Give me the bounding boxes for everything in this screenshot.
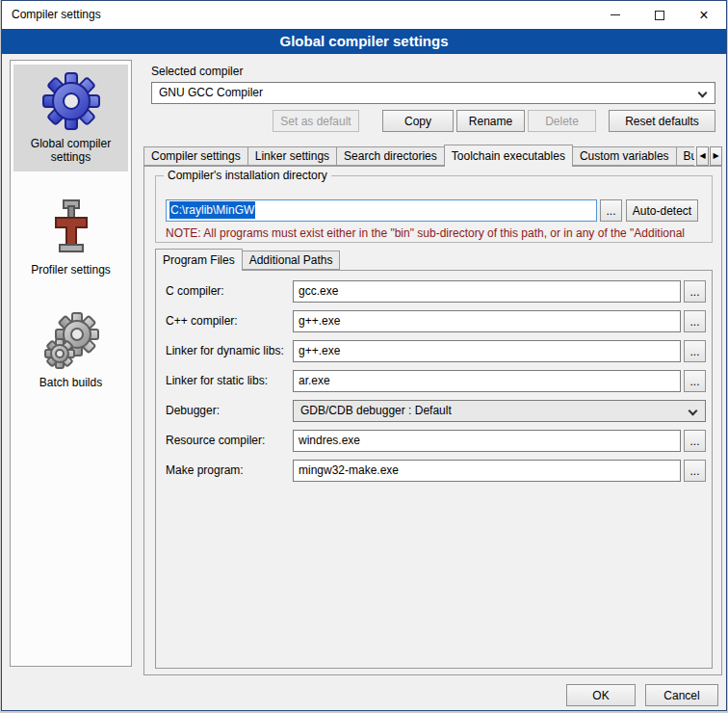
dialog-header: Global compiler settings bbox=[2, 29, 726, 54]
tab-compiler-settings[interactable]: Compiler settings bbox=[143, 146, 248, 166]
toolchain-executables-panel: Compiler's installation directory C:\ray… bbox=[143, 166, 722, 675]
chevron-down-icon bbox=[689, 407, 698, 416]
tab-custom-variables[interactable]: Custom variables bbox=[572, 146, 677, 166]
compiler-settings-dialog: Compiler settings × Global compiler sett… bbox=[1, 0, 727, 711]
sidebar-item-profiler-settings[interactable]: Profiler settings bbox=[13, 191, 128, 284]
static-linker-value: ar.exe bbox=[299, 374, 330, 387]
rename-button[interactable]: Rename bbox=[456, 110, 525, 132]
dynamic-linker-label: Linker for dynamic libs: bbox=[166, 344, 284, 357]
main-tabs: Compiler settings Linker settings Search… bbox=[143, 145, 694, 167]
selected-text: C:\raylib\MinGW bbox=[169, 201, 255, 219]
sidebar: Global compiler settings Profiler settin… bbox=[10, 60, 132, 667]
static-linker-label: Linker for static libs: bbox=[166, 374, 268, 387]
tab-additional-paths[interactable]: Additional Paths bbox=[242, 251, 341, 270]
dynamic-linker-value: g++.exe bbox=[299, 344, 340, 357]
main-tabstrip: Compiler settings Linker settings Search… bbox=[143, 145, 722, 167]
install-dir-browse-button[interactable]: ... bbox=[600, 199, 622, 222]
window-title: Compiler settings bbox=[12, 1, 101, 29]
static-linker-input[interactable]: ar.exe bbox=[293, 370, 681, 392]
sidebar-item-global-compiler-settings[interactable]: Global compiler settings bbox=[13, 65, 128, 172]
cpp-compiler-browse-button[interactable]: ... bbox=[684, 310, 706, 332]
program-tabstrip: Program Files Additional Paths bbox=[155, 249, 713, 271]
tab-scroll-left-button[interactable]: ◀ bbox=[696, 146, 709, 166]
dynamic-linker-browse-button[interactable]: ... bbox=[684, 340, 706, 362]
auto-detect-button[interactable]: Auto-detect bbox=[626, 199, 698, 222]
dynamic-linker-input[interactable]: g++.exe bbox=[293, 340, 681, 362]
resource-compiler-input[interactable]: windres.exe bbox=[293, 430, 681, 452]
cpp-compiler-input[interactable]: g++.exe bbox=[293, 310, 681, 332]
tab-search-directories[interactable]: Search directories bbox=[336, 146, 445, 166]
field-row-make-program: Make program: mingw32-make.exe ... bbox=[166, 460, 706, 482]
install-dir-note: NOTE: All programs must exist either in … bbox=[166, 226, 707, 240]
dialog-header-title: Global compiler settings bbox=[279, 33, 448, 49]
resource-compiler-label: Resource compiler: bbox=[166, 434, 265, 447]
program-files-panel: C compiler: gcc.exe ... C++ compiler: g+… bbox=[155, 270, 713, 669]
tab-scroll-right-button[interactable]: ▶ bbox=[710, 146, 722, 166]
close-icon: × bbox=[699, 1, 708, 29]
field-row-debugger: Debugger: GDB/CDB debugger : Default bbox=[166, 400, 706, 422]
selected-compiler-label: Selected compiler bbox=[151, 65, 243, 78]
reset-defaults-button[interactable]: Reset defaults bbox=[609, 110, 715, 132]
compiler-select[interactable]: GNU GCC Compiler bbox=[151, 82, 715, 104]
debugger-select[interactable]: GDB/CDB debugger : Default bbox=[293, 400, 706, 422]
maximize-icon bbox=[655, 11, 664, 20]
install-dir-group: Compiler's installation directory C:\ray… bbox=[155, 175, 713, 243]
make-program-value: mingw32-make.exe bbox=[299, 463, 399, 477]
sidebar-item-label: Global compiler settings bbox=[31, 137, 111, 164]
install-dir-input[interactable]: C:\raylib\MinGW bbox=[166, 199, 597, 222]
copy-button[interactable]: Copy bbox=[382, 110, 454, 132]
make-program-input[interactable]: mingw32-make.exe bbox=[293, 460, 681, 482]
install-dir-group-label: Compiler's installation directory bbox=[164, 169, 331, 182]
sidebar-item-label: Profiler settings bbox=[31, 263, 111, 277]
static-linker-browse-button[interactable]: ... bbox=[684, 370, 706, 392]
sidebar-item-label: Batch builds bbox=[39, 376, 102, 389]
resource-compiler-browse-button[interactable]: ... bbox=[684, 430, 706, 452]
tab-toolchain-executables[interactable]: Toolchain executables bbox=[444, 145, 573, 167]
profiler-tool-icon bbox=[40, 197, 102, 258]
sidebar-item-batch-builds[interactable]: Batch builds bbox=[13, 304, 128, 397]
set-as-default-button[interactable]: Set as default bbox=[273, 110, 359, 132]
blue-gear-icon bbox=[40, 70, 102, 132]
cpp-compiler-value: g++.exe bbox=[299, 314, 340, 328]
resource-compiler-value: windres.exe bbox=[299, 434, 360, 447]
ok-button[interactable]: OK bbox=[566, 684, 636, 706]
cpp-compiler-label: C++ compiler: bbox=[166, 314, 238, 328]
debugger-label: Debugger: bbox=[166, 404, 220, 417]
c-compiler-value: gcc.exe bbox=[299, 284, 338, 298]
field-row-c-compiler: C compiler: gcc.exe ... bbox=[166, 280, 706, 303]
c-compiler-input[interactable]: gcc.exe bbox=[293, 280, 681, 303]
maximize-button[interactable] bbox=[637, 1, 682, 29]
compiler-select-value: GNU GCC Compiler bbox=[159, 86, 263, 99]
chevron-down-icon bbox=[698, 89, 708, 98]
c-compiler-label: C compiler: bbox=[166, 284, 224, 298]
field-row-cpp-compiler: C++ compiler: g++.exe ... bbox=[166, 310, 706, 332]
tab-program-files[interactable]: Program Files bbox=[155, 249, 243, 271]
debugger-value: GDB/CDB debugger : Default bbox=[300, 404, 452, 417]
field-row-dynamic-linker: Linker for dynamic libs: g++.exe ... bbox=[166, 340, 706, 362]
minimize-icon bbox=[611, 14, 620, 15]
tab-linker-settings[interactable]: Linker settings bbox=[247, 146, 337, 166]
field-row-static-linker: Linker for static libs: ar.exe ... bbox=[166, 370, 706, 392]
cancel-button[interactable]: Cancel bbox=[645, 684, 718, 706]
minimize-button[interactable] bbox=[593, 1, 637, 29]
gray-gears-icon bbox=[40, 309, 102, 371]
field-row-resource-compiler: Resource compiler: windres.exe ... bbox=[166, 430, 706, 452]
c-compiler-browse-button[interactable]: ... bbox=[684, 280, 706, 303]
make-program-label: Make program: bbox=[166, 463, 244, 477]
delete-button[interactable]: Delete bbox=[528, 110, 596, 132]
tab-build-options[interactable]: Buil bbox=[676, 146, 694, 166]
close-button[interactable]: × bbox=[682, 1, 726, 29]
titlebar: Compiler settings × bbox=[2, 1, 726, 29]
make-program-browse-button[interactable]: ... bbox=[684, 460, 706, 482]
